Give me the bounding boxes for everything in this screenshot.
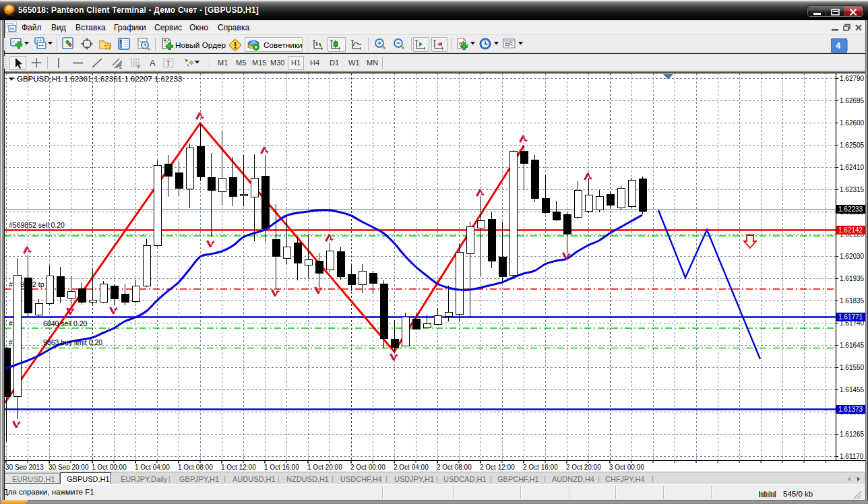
svg-text:1 Oct 16:00: 1 Oct 16:00	[264, 464, 299, 471]
svg-text:1.61170: 1.61170	[840, 453, 864, 460]
svg-text:1.61265: 1.61265	[840, 431, 865, 438]
svg-text:2 Oct 20:00: 2 Oct 20:00	[566, 464, 601, 471]
svg-text:F: F	[137, 65, 140, 69]
svg-text:1.61935: 1.61935	[840, 275, 865, 282]
svg-text:1.62600: 1.62600	[840, 119, 865, 127]
svg-text:1.62233: 1.62233	[838, 206, 863, 213]
svg-text:2 Oct 12:00: 2 Oct 12:00	[480, 464, 515, 471]
svg-text:1 Oct 20:00: 1 Oct 20:00	[307, 464, 342, 471]
svg-text:1.61835: 1.61835	[840, 297, 865, 305]
svg-text:E: E	[119, 65, 123, 69]
svg-text:1 Oct 04:00: 1 Oct 04:00	[135, 464, 170, 471]
svg-text:1.62505: 1.62505	[840, 141, 865, 149]
svg-text:1 Oct 08:00: 1 Oct 08:00	[178, 464, 213, 471]
svg-text:1.61455: 1.61455	[840, 386, 865, 393]
svg-text:#: #	[9, 338, 13, 346]
svg-text:4: 4	[836, 40, 841, 51]
svg-text:#569852 sell 0.20: #569852 sell 0.20	[9, 221, 65, 229]
svg-text:9: 9	[20, 280, 24, 288]
svg-text:1.62410: 1.62410	[840, 164, 865, 171]
svg-text:1.61550: 1.61550	[840, 364, 865, 371]
svg-text:2 Oct 16:00: 2 Oct 16:00	[523, 464, 558, 471]
svg-text:1.61645: 1.61645	[840, 342, 865, 349]
svg-text:#: #	[9, 280, 13, 288]
svg-text:1.62315: 1.62315	[840, 186, 865, 193]
svg-text:2 tp: 2 tp	[32, 280, 44, 288]
svg-text:1.62695: 1.62695	[840, 97, 865, 104]
svg-text:1.61373: 1.61373	[838, 406, 863, 413]
svg-text:#: #	[9, 319, 13, 327]
svg-text:6840 sell 0.20: 6840 sell 0.20	[43, 319, 88, 327]
svg-text:30 Sep 2013: 30 Sep 2013	[5, 464, 44, 471]
svg-text:1 Oct 00:00: 1 Oct 00:00	[92, 464, 127, 471]
svg-text:2 Oct 04:00: 2 Oct 04:00	[394, 464, 429, 471]
svg-text:1.62142: 1.62142	[838, 226, 863, 234]
svg-text:30 Sep 20:00: 30 Sep 20:00	[49, 464, 89, 471]
svg-text:9863 buy limit 0.20: 9863 buy limit 0.20	[43, 338, 102, 346]
svg-text:T: T	[166, 60, 170, 67]
svg-text:1.62030: 1.62030	[840, 253, 865, 260]
svg-text:2 Oct 00:00: 2 Oct 00:00	[350, 464, 385, 471]
svg-text:3 Oct 00:00: 3 Oct 00:00	[609, 464, 644, 471]
svg-text:GBPUSD,H1 1.62361 1.62361 1.6: GBPUSD,H1 1.62361 1.62361 1.62207 1.6223…	[17, 75, 183, 83]
svg-text:2 Oct 08:00: 2 Oct 08:00	[437, 464, 472, 471]
svg-text:1.62790: 1.62790	[840, 75, 865, 82]
svg-text:1 Oct 12:00: 1 Oct 12:00	[221, 464, 256, 471]
svg-text:1.61771: 1.61771	[838, 313, 863, 321]
